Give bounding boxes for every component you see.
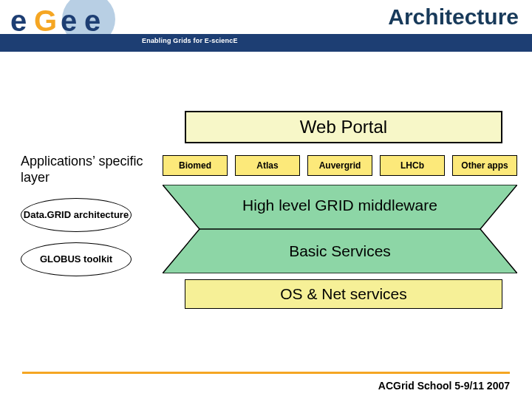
applications-layer-label: Applications’ specific layer [21, 154, 146, 185]
basic-services-label: Basic Services [163, 242, 517, 260]
slide-header: Architecture Enabling Grids for E-scienc… [0, 0, 532, 55]
app-other: Other apps [452, 155, 517, 176]
footer-divider [22, 372, 510, 374]
svg-text:e: e [84, 4, 100, 37]
os-net-box: OS & Net services [185, 279, 502, 309]
footer-text: ACGrid School 5-9/11 2007 [378, 380, 510, 392]
globus-ellipse: GLOBUS toolkit [21, 242, 132, 276]
middleware-block: High level GRID middleware Basic Service… [163, 185, 517, 273]
app-atlas: Atlas [235, 155, 300, 176]
datagrid-ellipse: Data.GRID architecture [21, 198, 132, 232]
svg-text:e: e [61, 4, 77, 37]
svg-text:G: G [34, 4, 57, 37]
svg-text:e: e [10, 4, 27, 37]
architecture-diagram: Web Portal Applications’ specific layer … [0, 111, 532, 332]
apps-row: Biomed Atlas Auvergrid LHCb Other apps [163, 155, 517, 176]
app-auvergrid: Auvergrid [307, 155, 372, 176]
tagline: Enabling Grids for E-sciencE [142, 37, 238, 44]
slide-title: Architecture [388, 4, 519, 30]
middleware-label: High level GRID middleware [163, 197, 517, 214]
app-biomed: Biomed [163, 155, 228, 176]
app-lhcb: LHCb [380, 155, 445, 176]
web-portal-box: Web Portal [185, 111, 502, 143]
egee-logo: e G e e [0, 0, 140, 55]
